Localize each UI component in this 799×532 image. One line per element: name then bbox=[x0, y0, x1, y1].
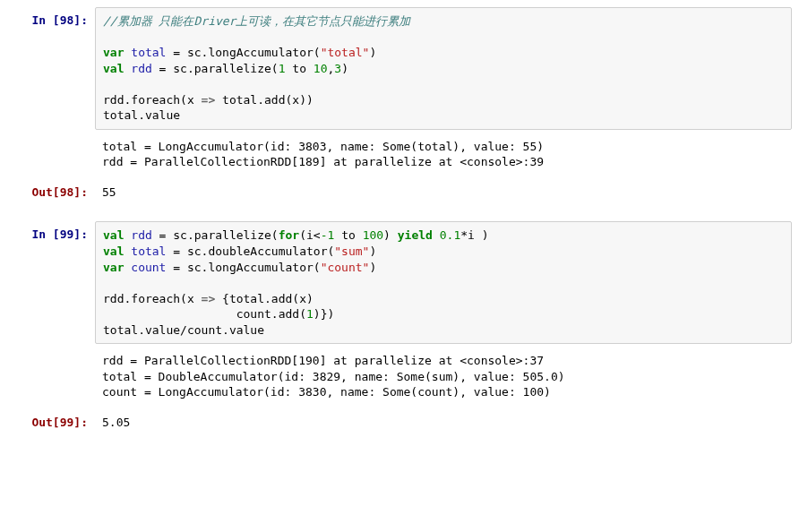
prompt-suffix: ]: bbox=[73, 416, 88, 429]
exec-count: 99 bbox=[60, 416, 74, 429]
output-result: 5.05 bbox=[95, 409, 792, 436]
prompt-suffix: ]: bbox=[73, 227, 88, 241]
input-prompt: In [98]: bbox=[7, 7, 95, 32]
stream-output: rdd = ParallelCollectionRDD[190] at para… bbox=[7, 348, 792, 406]
prompt-prefix: In [ bbox=[31, 13, 59, 27]
output-prompt: Out[99]: bbox=[7, 409, 95, 434]
code-cell: In [98]: //累加器 只能在Driver上可读，在其它节点只能进行累加 … bbox=[7, 7, 792, 130]
prompt-prefix: Out[ bbox=[31, 185, 59, 199]
input-prompt: In [99]: bbox=[7, 221, 95, 246]
exec-count: 99 bbox=[60, 227, 74, 241]
empty-prompt bbox=[7, 133, 95, 142]
output-cell: Out[98]: 55 bbox=[7, 179, 792, 206]
code-cell: In [99]: val rdd = sc.parallelize(for(i<… bbox=[7, 221, 792, 344]
stream-text: total = LongAccumulator(id: 3803, name: … bbox=[95, 133, 792, 176]
spacer bbox=[7, 209, 792, 221]
stream-text: rdd = ParallelCollectionRDD[190] at para… bbox=[95, 348, 792, 406]
code-input-area[interactable]: val rdd = sc.parallelize(for(i<-1 to 100… bbox=[95, 221, 792, 344]
exec-count: 98 bbox=[60, 185, 74, 199]
code-input-area[interactable]: //累加器 只能在Driver上可读，在其它节点只能进行累加 var total… bbox=[95, 7, 792, 130]
output-prompt: Out[98]: bbox=[7, 179, 95, 204]
prompt-suffix: ]: bbox=[73, 185, 88, 199]
output-result: 55 bbox=[95, 179, 792, 206]
stream-output: total = LongAccumulator(id: 3803, name: … bbox=[7, 133, 792, 176]
exec-count: 98 bbox=[60, 13, 74, 27]
prompt-prefix: Out[ bbox=[31, 416, 59, 429]
prompt-prefix: In [ bbox=[31, 227, 59, 241]
output-cell: Out[99]: 5.05 bbox=[7, 409, 792, 436]
empty-prompt bbox=[7, 348, 95, 356]
prompt-suffix: ]: bbox=[73, 13, 88, 27]
